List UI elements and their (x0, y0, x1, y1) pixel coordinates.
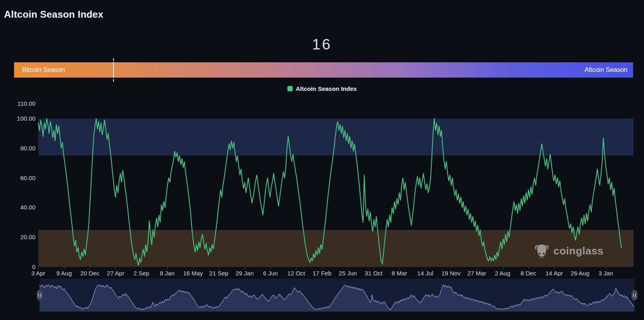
legend-label: Altcoin Season Index (296, 85, 357, 92)
x-axis-label: 6 Jun (263, 270, 278, 277)
x-axis-tick (141, 267, 142, 269)
watermark-text: coinglass (553, 245, 603, 257)
legend-swatch-icon (287, 86, 293, 91)
current-index-value: 16 (0, 36, 644, 53)
y-axis-label: 40.00 (7, 204, 35, 211)
navigator-left-handle[interactable] (37, 290, 43, 300)
altcoin-season-zone (38, 119, 634, 156)
x-axis-label: 12 Oct (287, 270, 305, 277)
y-axis-label: 110.00 (7, 100, 35, 107)
x-axis-label: 21 Sep (209, 270, 229, 277)
x-axis-label: 9 Aug (56, 270, 72, 277)
x-axis-label: 19 Nov (442, 270, 461, 277)
handle-grip-icon (40, 293, 41, 297)
x-axis-tick (399, 267, 400, 269)
handle-grip-icon (633, 293, 634, 297)
altcoin-season-label: Altcoin Season (584, 66, 627, 74)
x-axis-label: 14 Apr (545, 270, 563, 277)
y-axis-label: 0 (7, 263, 35, 270)
x-axis-label: 27 Mar (467, 270, 486, 277)
y-axis-label: 20.00 (7, 234, 35, 240)
x-axis-tick (503, 267, 503, 269)
current-index-marker-dash (113, 58, 114, 61)
chart-legend[interactable]: Altcoin Season Index (0, 85, 644, 92)
x-axis-label: 3 Apr (31, 270, 45, 277)
coinglass-watermark: coinglass (534, 243, 603, 259)
x-axis-label: 26 Aug (571, 270, 590, 277)
x-axis-tick (64, 267, 64, 269)
y-axis-label: 60.00 (7, 174, 35, 181)
x-axis-label: 29 Jan (235, 270, 254, 277)
x-axis-tick (116, 267, 116, 269)
current-index-marker-dash (113, 79, 114, 82)
x-axis-tick (348, 267, 348, 269)
x-axis-tick (193, 267, 194, 269)
x-axis-tick (270, 267, 271, 269)
x-axis-label: 3 Jan (599, 270, 613, 277)
x-axis-label: 8 Mar (392, 270, 407, 277)
handle-grip-icon (38, 293, 39, 297)
x-axis-tick (606, 267, 606, 269)
x-axis-label: 8 Dec (520, 270, 536, 277)
x-axis-label: 17 Feb (313, 270, 332, 277)
x-axis-tick (322, 267, 322, 269)
coinglass-bull-icon (534, 243, 550, 259)
x-axis-tick (245, 267, 245, 269)
x-axis-tick (425, 267, 425, 269)
navigator-background[interactable] (39, 279, 634, 312)
x-axis-label: 16 May (183, 270, 203, 277)
x-axis-label: 25 Jun (339, 270, 357, 277)
y-axis-label: 80.00 (7, 145, 35, 152)
navigator-right-handle[interactable] (632, 290, 638, 300)
x-axis-tick (580, 267, 580, 269)
handle-grip-icon (635, 293, 636, 297)
x-axis-label: 14 Jul (417, 270, 433, 277)
x-axis-label: 8 Jan (160, 270, 175, 277)
x-axis-tick (167, 267, 167, 269)
x-axis-tick (296, 267, 297, 269)
x-axis-tick (528, 267, 529, 269)
page-title: Altcoin Season Index (4, 9, 103, 20)
x-axis-label: 27 Apr (107, 270, 124, 277)
x-axis-tick (90, 267, 90, 269)
x-axis-label: 2 Aug (495, 270, 510, 277)
x-axis-label: 20 Dec (80, 270, 99, 277)
x-axis-tick (554, 267, 555, 269)
season-gradient-bar: Bitcoin Season Altcoin Season (14, 62, 633, 78)
current-index-marker (113, 62, 114, 78)
y-axis-label: 100.00 (7, 115, 35, 122)
x-axis-label: 31 Oct (365, 270, 382, 277)
x-axis-tick (219, 267, 219, 269)
bitcoin-season-label: Bitcoin Season (22, 66, 65, 74)
x-axis-label: 2 Sep (134, 270, 149, 277)
x-axis-tick (38, 267, 39, 269)
x-axis-tick (451, 267, 451, 269)
x-axis-tick (477, 267, 477, 269)
x-axis-tick (374, 267, 374, 269)
